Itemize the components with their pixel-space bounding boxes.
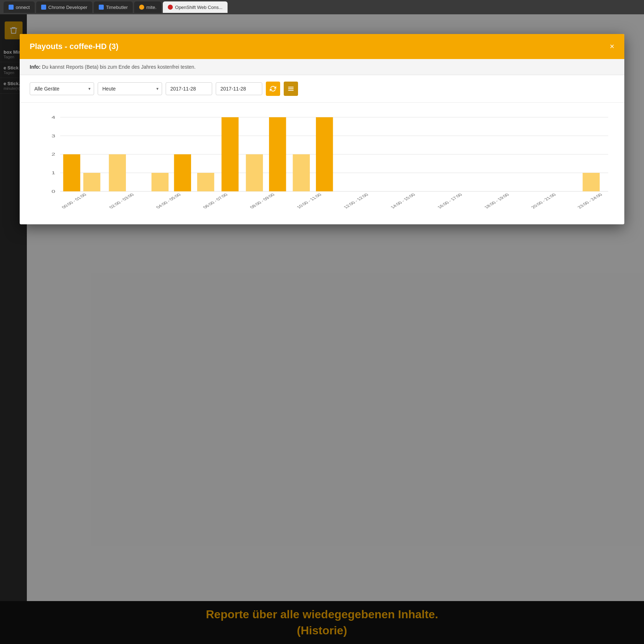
svg-rect-19 bbox=[221, 117, 239, 191]
svg-rect-14 bbox=[83, 173, 101, 191]
modal: Playouts - coffee-HD (3) × Info: Du kann… bbox=[20, 34, 624, 224]
date-from-input[interactable] bbox=[166, 82, 212, 95]
tab-label-timebutler: Timebutler bbox=[106, 5, 128, 10]
bg-page: box Mini Tagen e Stick Tagen e Stick 2 -… bbox=[0, 14, 644, 644]
tab-label-openshift: OpenShift Web Cons... bbox=[175, 5, 223, 10]
svg-rect-15 bbox=[109, 154, 126, 191]
svg-rect-13 bbox=[63, 154, 80, 191]
svg-rect-23 bbox=[316, 117, 333, 191]
svg-text:14:00 - 15:00: 14:00 - 15:00 bbox=[390, 193, 417, 209]
tab-label-connect: onnect bbox=[16, 5, 30, 10]
tab-chrome-dev[interactable]: Chrome Developer bbox=[36, 1, 92, 13]
tab-icon-openshift bbox=[168, 5, 173, 10]
modal-title: Playouts - coffee-HD (3) bbox=[30, 42, 118, 51]
tab-icon-connect bbox=[9, 5, 14, 10]
tab-connect[interactable]: onnect bbox=[4, 1, 35, 13]
svg-rect-18 bbox=[197, 173, 214, 191]
tab-label-mite: mite. bbox=[146, 5, 156, 10]
info-text: Du kannst Reports (Beta) bis zum Ende de… bbox=[42, 64, 196, 70]
svg-rect-22 bbox=[293, 154, 310, 191]
svg-text:4: 4 bbox=[52, 115, 55, 119]
bar-chart: 0 1 2 3 4 bbox=[30, 110, 614, 214]
modal-close-button[interactable]: × bbox=[610, 43, 614, 50]
tab-openshift[interactable]: OpenShift Web Cons... bbox=[163, 1, 228, 13]
device-select[interactable]: Alle Geräte coffee-HD box Mini e Stick e… bbox=[30, 82, 94, 95]
tab-timebutler[interactable]: Timebutler bbox=[94, 1, 133, 13]
tab-label-chrome: Chrome Developer bbox=[48, 5, 87, 10]
svg-text:06:00 - 07:00: 06:00 - 07:00 bbox=[202, 193, 229, 209]
svg-text:16:00 - 17:00: 16:00 - 17:00 bbox=[436, 193, 464, 209]
svg-text:23:00 - 24:00: 23:00 - 24:00 bbox=[576, 193, 604, 209]
device-select-wrapper: Alle Geräte coffee-HD box Mini e Stick e… bbox=[30, 82, 94, 95]
svg-text:20:00 - 21:00: 20:00 - 21:00 bbox=[530, 193, 557, 209]
svg-text:10:00 - 11:00: 10:00 - 11:00 bbox=[296, 193, 323, 209]
svg-text:04:00 - 05:00: 04:00 - 05:00 bbox=[155, 193, 182, 209]
svg-text:18:00 - 19:00: 18:00 - 19:00 bbox=[483, 193, 511, 209]
period-select[interactable]: Heute Gestern Letzte 7 Tage Letzte 30 Ta… bbox=[98, 82, 162, 95]
period-select-wrapper: Heute Gestern Letzte 7 Tage Letzte 30 Ta… bbox=[98, 82, 162, 95]
svg-text:3: 3 bbox=[52, 133, 55, 138]
svg-text:00:00 - 01:00: 00:00 - 01:00 bbox=[60, 193, 88, 209]
svg-rect-16 bbox=[151, 173, 169, 191]
svg-text:12:00 - 12:00: 12:00 - 12:00 bbox=[342, 193, 370, 209]
chart-area: 0 1 2 3 4 bbox=[20, 103, 624, 224]
svg-rect-24 bbox=[582, 173, 600, 191]
svg-text:2: 2 bbox=[52, 152, 55, 156]
refresh-button[interactable] bbox=[266, 82, 280, 96]
modal-header: Playouts - coffee-HD (3) × bbox=[20, 34, 624, 59]
tab-icon-mite bbox=[139, 5, 144, 10]
tab-mite[interactable]: mite. bbox=[134, 1, 161, 13]
svg-text:08:00 - 09:00: 08:00 - 09:00 bbox=[249, 193, 276, 209]
list-view-button[interactable] bbox=[284, 82, 298, 96]
modal-controls: Alle Geräte coffee-HD box Mini e Stick e… bbox=[20, 75, 624, 103]
svg-rect-21 bbox=[269, 117, 286, 191]
info-label: Info: bbox=[30, 64, 40, 70]
svg-text:02:00 - 03:00: 02:00 - 03:00 bbox=[108, 193, 135, 209]
tab-icon-timebutler bbox=[99, 5, 104, 10]
svg-text:1: 1 bbox=[52, 171, 55, 175]
svg-rect-17 bbox=[174, 154, 191, 191]
date-to-input[interactable] bbox=[216, 82, 262, 95]
tab-icon-chrome bbox=[41, 5, 46, 10]
svg-rect-20 bbox=[246, 154, 263, 191]
browser-tabs: onnect Chrome Developer Timebutler mite.… bbox=[0, 0, 644, 14]
svg-text:0: 0 bbox=[52, 189, 55, 194]
modal-info-bar: Info: Du kannst Reports (Beta) bis zum E… bbox=[20, 59, 624, 75]
